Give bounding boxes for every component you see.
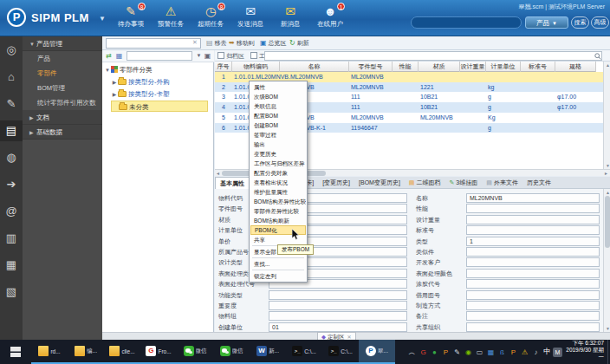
scroll-right-icon[interactable]: ►	[604, 170, 608, 177]
tree-filter-input[interactable]	[127, 51, 192, 61]
menu-item-BOM结构刷新[interactable]: BOM结构刷新	[250, 216, 306, 225]
header-tool-new-message[interactable]: ✉新消息	[270, 3, 310, 36]
taskbar-app-微信[interactable]: 微信	[213, 340, 250, 364]
tab-基本属性[interactable]: 基本属性	[215, 177, 250, 189]
global-search-input[interactable]	[411, 16, 522, 29]
menu-item-变更历史[interactable]: 变更历史	[250, 149, 306, 159]
taskbar-app-编...[interactable]: 编...	[68, 340, 104, 364]
header-tool-send-message[interactable]: ✉发送消息	[230, 3, 270, 36]
move-to-button[interactable]: ➥移动到	[229, 37, 255, 49]
column-header-零件型号[interactable]: 零件型号	[349, 62, 393, 72]
mail-badge-icon[interactable]: M	[553, 348, 562, 357]
scrollbar-thumb[interactable]	[605, 196, 610, 248]
form-input-名称[interactable]	[466, 193, 600, 203]
form-input-功能类型[interactable]	[269, 290, 407, 300]
menu-item-关联信息[interactable]: 关联信息	[250, 101, 306, 111]
column-header-性能[interactable]: 性能	[393, 62, 419, 72]
column-header-标准号[interactable]: 标准号	[521, 62, 555, 72]
form-input-备注[interactable]	[466, 311, 600, 321]
menu-item-工作区与归档区差异[interactable]: 工作区与归档区差异	[250, 159, 306, 168]
sidebar-item-BOM管理[interactable]: BOM管理	[23, 81, 102, 95]
menu-item-查看检出状况[interactable]: 查看检出状况	[250, 178, 306, 187]
form-vertical-scrollbar[interactable]: ▲ ▼	[603, 189, 610, 332]
menu-item-零部件差异性比较[interactable]: 零部件差异性比较	[250, 206, 306, 216]
search-button[interactable]: 搜索	[571, 16, 589, 29]
tree-item-按类型分-外购[interactable]: ▶按类型分-外购	[111, 76, 212, 88]
tree-options-icon[interactable]: ▣	[203, 51, 212, 61]
form-input-制造方式[interactable]	[466, 301, 600, 310]
scroll-up-icon[interactable]: ▲	[606, 62, 610, 68]
table-vertical-scrollbar[interactable]: ▲ ▼	[603, 62, 610, 169]
taskbar-app-rd...[interactable]: rd...	[31, 340, 68, 364]
search-icon[interactable]	[594, 53, 601, 60]
tree-item-未分类[interactable]: 未分类	[111, 101, 208, 112]
tray-display-icon[interactable]: ▭	[474, 348, 485, 356]
tab-二维图档[interactable]: ▤二维图档	[405, 177, 445, 189]
sidebar-item-产品[interactable]: 产品	[23, 51, 102, 66]
form-input-类似件[interactable]	[466, 247, 600, 257]
tray-p2-icon[interactable]: P	[508, 348, 519, 356]
taskbar-app-Fro...[interactable]: GFro...	[140, 340, 177, 364]
header-tool-overdue-task[interactable]: ◷超期任务8	[191, 3, 230, 36]
tray-warning-icon[interactable]: ⚠	[519, 348, 530, 356]
column-header-物料编码[interactable]: 物料编码	[232, 62, 280, 72]
work-region-checkbox[interactable]	[250, 52, 257, 59]
organization-icon[interactable]: ▦	[0, 255, 23, 276]
chat-icon[interactable]: ◍	[0, 147, 23, 168]
form-input-开发客户[interactable]	[466, 257, 600, 267]
book-icon[interactable]: ▥	[0, 228, 23, 249]
tab-3维挂图[interactable]: ✎3维挂图	[445, 177, 482, 189]
sidebar-item-零部件[interactable]: 零部件	[23, 66, 102, 81]
column-header-规格[interactable]: 规格	[555, 62, 596, 72]
menu-item-输出[interactable]: 输出	[250, 140, 306, 149]
tree-item-按类型分-卡塑[interactable]: ▶按类型分-卡塑	[111, 88, 212, 100]
mention-icon[interactable]: @	[0, 201, 23, 222]
tray-g-icon[interactable]: G	[418, 348, 429, 356]
menu-item-属性[interactable]: 属性	[250, 82, 306, 92]
gallery-icon[interactable]: ▧	[0, 282, 23, 302]
table-search-input[interactable]	[264, 51, 602, 61]
home-icon[interactable]: ⌂	[0, 67, 23, 88]
tray-pen-icon[interactable]: ✎	[451, 348, 463, 356]
menu-item-锁定左列[interactable]: 锁定左列	[250, 271, 306, 281]
send-icon[interactable]: ➔	[0, 174, 23, 195]
archive-region-checkbox[interactable]	[217, 52, 224, 59]
compose-icon[interactable]: ✎	[0, 94, 23, 114]
taskbar-app-clie...[interactable]: clie...	[104, 340, 140, 364]
advanced-search-button[interactable]: 高级	[591, 16, 609, 29]
quick-filter-input[interactable]	[106, 38, 201, 49]
form-input-创建单位[interactable]	[269, 322, 407, 332]
menu-item-签审过程[interactable]: 签审过程	[250, 130, 306, 140]
overview-button[interactable]: ▣总览区	[260, 37, 287, 49]
form-input-设计重量[interactable]	[466, 215, 600, 224]
tray-bluetooth-icon[interactable]: ß	[496, 348, 508, 356]
start-button[interactable]	[0, 340, 31, 364]
taskbar-app-微信[interactable]: 微信	[177, 340, 213, 364]
tray-p-icon[interactable]: P	[440, 348, 451, 356]
remove-button[interactable]: ▤移去	[206, 37, 227, 49]
header-tool-todo[interactable]: ✎待办事项8	[111, 3, 151, 36]
taskbar-app-新...[interactable]: W新...	[250, 340, 286, 364]
taskbar-app-C:\...[interactable]: >_C:\...	[322, 340, 359, 364]
column-header-序号[interactable]: 序号	[215, 62, 232, 72]
tray-expand-icon[interactable]: ︿	[406, 348, 418, 357]
form-input-涂胶代号[interactable]	[466, 279, 600, 289]
tray-gpu-icon[interactable]: ◉	[463, 348, 474, 356]
database-icon[interactable]: ▤	[0, 120, 23, 141]
nav-section-文档[interactable]: ▶文档	[23, 110, 102, 125]
sidebar-item-统计零部件引用次数[interactable]: 统计零部件引用次数	[23, 95, 102, 110]
tree-refresh-icon[interactable]: ⇄	[104, 51, 114, 61]
refresh-button[interactable]: ↻刷新	[289, 37, 309, 49]
nav-section-基础数据[interactable]: ▶基础数据	[23, 125, 102, 140]
form-input-物料组[interactable]	[269, 311, 407, 321]
menu-item-查找...[interactable]: 查找...	[250, 259, 306, 269]
header-tool-online-users[interactable]: ☻在线用户1	[310, 3, 350, 36]
form-input-重要度[interactable]	[269, 301, 407, 310]
header-tool-warning-task[interactable]: ⚠预警任务	[151, 3, 191, 36]
tray-mute-icon[interactable]: ♪	[530, 348, 542, 356]
taskbar-app-C:\...[interactable]: >_C:\...	[286, 340, 322, 364]
column-header-材质[interactable]: 材质	[419, 62, 460, 72]
tab-BOM变更历史[interactable]: [BOM变更历史]	[354, 177, 405, 189]
tray-sync-icon[interactable]: ▦	[485, 348, 496, 356]
scroll-up-icon[interactable]: ▲	[606, 189, 610, 196]
